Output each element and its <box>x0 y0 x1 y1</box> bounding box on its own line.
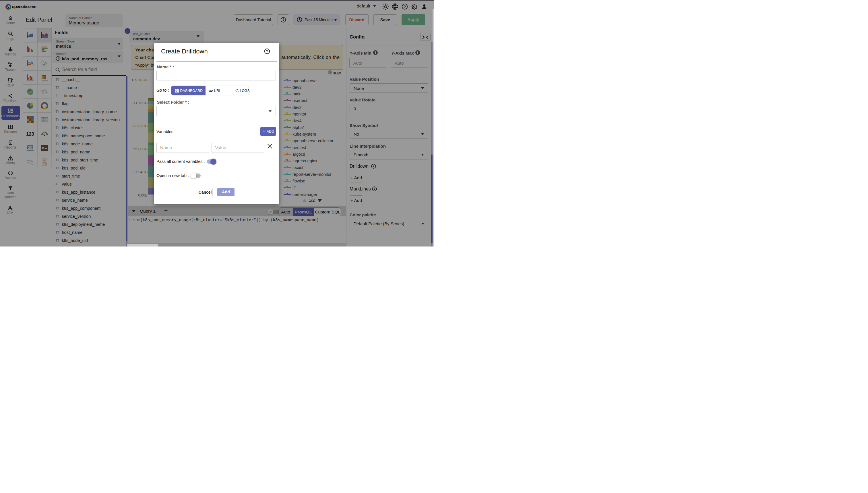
svg-text:?: ? <box>266 49 268 53</box>
